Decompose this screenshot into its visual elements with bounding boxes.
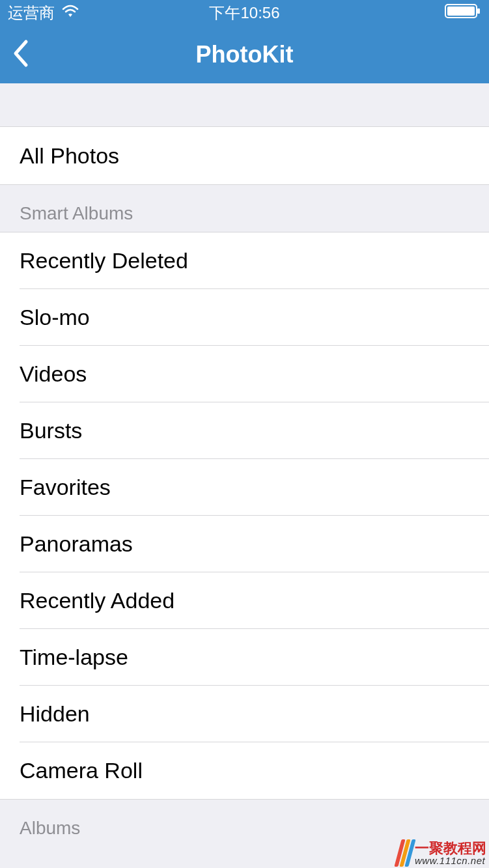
watermark: 一聚教程网 www.111cn.net: [398, 839, 486, 867]
content: All Photos Smart Albums Recently Deleted…: [0, 83, 489, 847]
section-spacer: [0, 83, 489, 126]
status-time: 下午10:56: [209, 3, 279, 23]
list-item-label: All Photos: [20, 143, 119, 169]
status-right: [445, 3, 481, 23]
smart-albums-list-group: Recently Deleted Slo-mo Videos Bursts Fa…: [0, 232, 489, 800]
watermark-cn: 一聚教程网: [415, 841, 486, 856]
watermark-text: 一聚教程网 www.111cn.net: [415, 841, 486, 865]
svg-rect-2: [477, 8, 480, 14]
carrier-label: 运营商: [8, 3, 55, 23]
battery-icon: [445, 3, 481, 23]
status-left: 运营商: [8, 3, 79, 23]
svg-rect-1: [447, 7, 475, 16]
list-item-label: Time-lapse: [20, 645, 128, 670]
watermark-stripes-icon: [394, 839, 415, 867]
list-item-slo-mo[interactable]: Slo-mo: [0, 289, 489, 346]
list-item-hidden[interactable]: Hidden: [0, 686, 489, 742]
wifi-icon: [61, 4, 79, 22]
list-item-label: Slo-mo: [20, 305, 90, 330]
list-item-label: Recently Deleted: [20, 248, 188, 273]
list-item-recently-deleted[interactable]: Recently Deleted: [0, 232, 489, 289]
list-item-label: Camera Roll: [20, 758, 143, 783]
status-bar: 运营商 下午10:56: [0, 0, 489, 26]
nav-bar: PhotoKit: [0, 26, 489, 83]
list-item-panoramas[interactable]: Panoramas: [0, 516, 489, 572]
nav-title: PhotoKit: [0, 41, 489, 68]
section-header-smart-albums: Smart Albums: [0, 185, 489, 232]
list-item-bursts[interactable]: Bursts: [0, 402, 489, 459]
list-item-label: Recently Added: [20, 588, 175, 613]
list-item-time-lapse[interactable]: Time-lapse: [0, 629, 489, 686]
list-item-camera-roll[interactable]: Camera Roll: [0, 742, 489, 799]
list-item-label: Videos: [20, 361, 87, 387]
list-item-label: Bursts: [20, 418, 82, 443]
list-item-label: Favorites: [20, 475, 111, 500]
list-item-all-photos[interactable]: All Photos: [0, 127, 489, 184]
section-header-label: Smart Albums: [20, 203, 133, 224]
list-item-favorites[interactable]: Favorites: [0, 459, 489, 516]
list-item-recently-added[interactable]: Recently Added: [0, 572, 489, 629]
watermark-url: www.111cn.net: [415, 856, 486, 865]
list-item-label: Panoramas: [20, 531, 133, 557]
main-list-group: All Photos: [0, 126, 489, 185]
list-item-label: Hidden: [20, 701, 90, 727]
section-header-label: Albums: [20, 818, 80, 839]
back-button[interactable]: [12, 39, 29, 70]
list-item-videos[interactable]: Videos: [0, 346, 489, 402]
